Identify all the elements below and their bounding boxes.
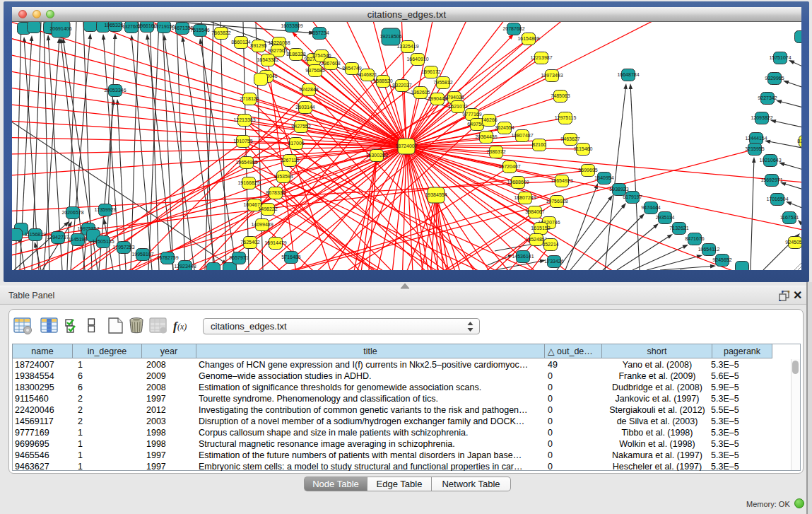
svg-text:15720407: 15720407 [498, 164, 520, 169]
svg-text:20691406: 20691406 [49, 26, 71, 31]
svg-text:7515546: 7515546 [190, 28, 209, 33]
svg-text:1167531: 1167531 [780, 215, 799, 220]
svg-text:8660124: 8660124 [231, 40, 250, 45]
svg-text:16782759: 16782759 [156, 255, 178, 260]
svg-text:15692971: 15692971 [760, 177, 782, 182]
svg-text:1754546: 1754546 [312, 53, 331, 58]
svg-text:82160: 82160 [532, 142, 546, 147]
svg-text:10654112: 10654112 [698, 247, 720, 252]
svg-text:9329965: 9329965 [765, 76, 784, 81]
svg-text:1498222: 1498222 [258, 206, 277, 211]
svg-text:20053346: 20053346 [104, 88, 126, 93]
svg-text:9474444: 9474444 [641, 205, 660, 210]
svg-text:2718126: 2718126 [240, 96, 259, 101]
svg-text:17957253: 17957253 [112, 245, 134, 250]
svg-text:9327503: 9327503 [268, 48, 287, 53]
svg-text:1362615: 1362615 [411, 90, 430, 95]
svg-text:10688609: 10688609 [507, 180, 529, 185]
svg-text:12975115: 12975115 [555, 115, 577, 120]
svg-text:352214: 352214 [542, 242, 558, 247]
svg-text:12923448: 12923448 [174, 264, 196, 269]
svg-text:7663822: 7663822 [211, 30, 230, 35]
svg-text:16648784: 16648784 [617, 72, 639, 77]
svg-text:19654985: 19654985 [235, 160, 257, 165]
svg-text:1640954: 1640954 [594, 175, 613, 180]
svg-text:9375685: 9375685 [305, 68, 324, 73]
svg-text:16640910: 16640910 [406, 57, 428, 62]
svg-text:5938923: 5938923 [609, 187, 628, 192]
svg-text:3267110: 3267110 [281, 158, 300, 163]
svg-text:8454749: 8454749 [342, 66, 361, 71]
svg-text:20787682: 20787682 [502, 26, 524, 31]
svg-text:20364436: 20364436 [475, 134, 497, 139]
svg-text:9245052: 9245052 [785, 240, 801, 245]
svg-text:19166825: 19166825 [237, 180, 259, 185]
svg-text:2603144: 2603144 [295, 105, 314, 110]
svg-text:1615152: 1615152 [531, 226, 550, 230]
svg-text:891295: 891295 [250, 43, 266, 48]
svg-text:15751074: 15751074 [769, 55, 791, 60]
svg-text:3624554: 3624554 [495, 125, 514, 130]
svg-text:16033809: 16033809 [281, 23, 302, 28]
svg-text:8322037: 8322037 [392, 83, 411, 88]
svg-text:9463627: 9463627 [560, 136, 579, 141]
svg-text:1588520: 1588520 [373, 78, 392, 83]
svg-text:9657971: 9657971 [229, 255, 248, 260]
svg-text:12093822: 12093822 [751, 115, 772, 120]
svg-text:(x): (x) [177, 322, 187, 332]
svg-text:10210643: 10210643 [759, 158, 781, 163]
svg-text:16154808: 16154808 [517, 36, 539, 41]
svg-text:13325419: 13325419 [396, 44, 418, 49]
svg-text:19958107: 19958107 [131, 252, 153, 257]
svg-text:6179197: 6179197 [623, 194, 642, 199]
svg-text:2935114: 2935114 [656, 215, 675, 220]
svg-text:9115460: 9115460 [574, 146, 593, 151]
svg-text:18807249: 18807249 [514, 195, 536, 200]
svg-text:1145194: 1145194 [69, 237, 88, 242]
svg-text:7386372: 7386372 [486, 149, 505, 154]
svg-text:822013: 822013 [797, 139, 801, 144]
svg-text:3215955: 3215955 [745, 146, 764, 151]
svg-text:10973493: 10973493 [541, 73, 563, 78]
svg-text:1621072: 1621072 [448, 104, 467, 109]
svg-text:9794028: 9794028 [445, 95, 464, 100]
svg-text:10756928: 10756928 [546, 199, 567, 204]
svg-text:9777169: 9777169 [462, 112, 481, 117]
svg-text:14099489: 14099489 [251, 222, 273, 227]
svg-text:7132621: 7132621 [669, 226, 688, 230]
svg-text:12505135: 12505135 [92, 239, 114, 244]
svg-text:10807487: 10807487 [511, 133, 533, 138]
svg-text:1696172: 1696172 [421, 69, 440, 74]
svg-text:12213383: 12213383 [233, 117, 255, 122]
svg-text:9146821: 9146821 [358, 72, 377, 77]
svg-text:8427552: 8427552 [291, 124, 310, 129]
svg-text:18724007: 18724007 [395, 144, 417, 148]
svg-text:317006: 317006 [288, 141, 304, 146]
svg-text:7625402: 7625402 [240, 240, 259, 245]
svg-text:1353594: 1353594 [273, 174, 293, 179]
svg-text:7857234: 7857234 [310, 30, 329, 35]
svg-text:1010755: 1010755 [233, 139, 252, 144]
svg-text:16543382: 16543382 [257, 57, 278, 62]
svg-text:8471676: 8471676 [685, 236, 704, 241]
svg-text:746266: 746266 [481, 117, 497, 122]
svg-text:19654923: 19654923 [551, 178, 572, 183]
svg-text:16914479: 16914479 [264, 240, 286, 245]
svg-text:12213987: 12213987 [530, 55, 552, 60]
svg-text:9242848: 9242848 [299, 87, 318, 92]
svg-text:1733426: 1733426 [544, 259, 563, 264]
svg-text:9227342: 9227342 [758, 95, 777, 100]
svg-text:3984067: 3984067 [525, 209, 544, 214]
svg-text:14536141: 14536141 [512, 254, 534, 259]
svg-text:12444154: 12444154 [745, 136, 767, 141]
svg-text:11156829: 11156829 [25, 232, 46, 237]
svg-text:7955812: 7955812 [433, 80, 452, 85]
svg-text:17359928: 17359928 [94, 207, 116, 212]
svg-text:19384554: 19384554 [425, 192, 447, 197]
svg-text:15226058: 15226058 [268, 40, 290, 45]
svg-text:17016504: 17016504 [766, 197, 788, 201]
svg-text:12942737: 12942737 [47, 235, 69, 240]
svg-text:2367608: 2367608 [321, 61, 340, 66]
svg-text:9699695: 9699695 [578, 168, 597, 173]
svg-text:8186328: 8186328 [286, 52, 305, 57]
